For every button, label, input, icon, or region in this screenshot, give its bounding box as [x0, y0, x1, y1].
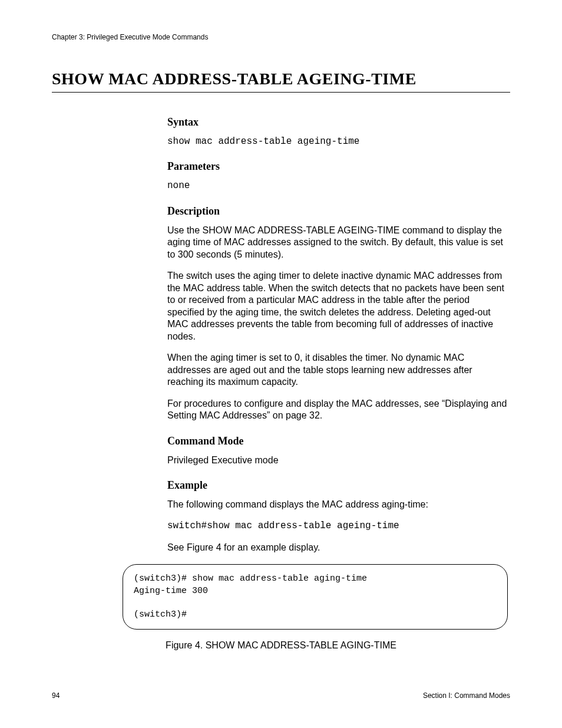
- page-number: 94: [52, 691, 59, 700]
- page-footer: 94 Section I: Command Modes: [52, 691, 510, 700]
- document-page: Chapter 3: Privileged Executive Mode Com…: [0, 0, 562, 728]
- example-code: switch#show mac address-table ageing-tim…: [167, 520, 508, 532]
- parameters-value: none: [167, 180, 508, 192]
- description-paragraph-4: For procedures to configure and display …: [167, 398, 508, 422]
- example-output-box: (switch3)# show mac address-table aging-…: [123, 564, 508, 630]
- parameters-heading: Parameters: [167, 160, 508, 173]
- example-intro: The following command displays the MAC a…: [167, 499, 508, 510]
- command-title: SHOW MAC ADDRESS-TABLE AGEING-TIME: [52, 70, 510, 93]
- description-paragraph-3: When the aging timer is set to 0, it dis…: [167, 352, 508, 388]
- description-paragraph-2: The switch uses the aging timer to delet…: [167, 270, 508, 342]
- figure-caption: Figure 4. SHOW MAC ADDRESS-TABLE AGING-T…: [52, 640, 510, 651]
- description-paragraph-1: Use the SHOW MAC ADDRESS-TABLE AGEING-TI…: [167, 225, 508, 261]
- command-mode-text: Privileged Executive mode: [167, 454, 508, 466]
- header-chapter-label: Chapter 3: Privileged Executive Mode Com…: [52, 33, 510, 41]
- example-heading: Example: [167, 479, 508, 492]
- section-label: Section I: Command Modes: [423, 691, 510, 700]
- syntax-code: show mac address-table ageing-time: [167, 136, 508, 147]
- example-see-figure: See Figure 4 for an example display.: [167, 542, 508, 554]
- body-column: Syntax show mac address-table ageing-tim…: [167, 116, 508, 554]
- syntax-heading: Syntax: [167, 116, 508, 129]
- description-heading: Description: [167, 205, 508, 218]
- command-mode-heading: Command Mode: [167, 435, 508, 447]
